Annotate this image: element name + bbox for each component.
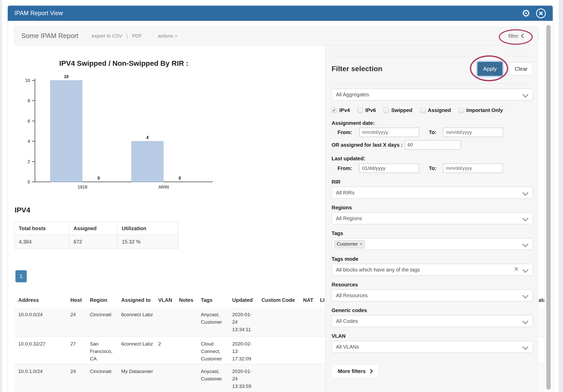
summary-header-utilization: Utilization xyxy=(117,222,178,235)
apply-button[interactable]: Apply xyxy=(477,62,502,76)
assignment-to-input[interactable] xyxy=(443,128,503,137)
export-pdf-link[interactable]: PDF xyxy=(132,33,142,39)
vlan-label: VLAN xyxy=(332,333,533,339)
chevron-down-icon xyxy=(522,241,528,247)
generic-codes-label: Generic codes xyxy=(332,307,533,314)
table-cell: 2020-02-13 17:32:09 xyxy=(232,337,255,362)
svg-text:6: 6 xyxy=(28,119,30,124)
column-header[interactable]: VLAN xyxy=(158,293,174,307)
svg-text:0: 0 xyxy=(98,176,100,180)
checkbox-unchecked-icon[interactable] xyxy=(459,108,464,113)
chevron-right-icon xyxy=(369,369,373,374)
report-title: Some IPAM Report xyxy=(21,32,78,40)
checkbox-label: Important Only xyxy=(466,107,503,113)
assigned-last-days-row: OR assigned for last X days : xyxy=(332,140,533,150)
tag-chip-customer[interactable]: Customer xyxy=(334,240,365,248)
more-filters-button[interactable]: More filters xyxy=(332,365,379,378)
tags-mode-select[interactable]: All blocks which have any of the tags xyxy=(332,264,533,276)
resources-select-value: All Resources xyxy=(336,290,368,301)
rir-select-value: All RIRs xyxy=(336,187,354,198)
tags-select[interactable]: Customer xyxy=(332,238,533,250)
regions-select[interactable]: All Regions xyxy=(332,212,533,224)
table-cell: 6connect Labz xyxy=(121,337,155,348)
scrollbar-track[interactable] xyxy=(544,21,552,392)
assignment-from-input[interactable] xyxy=(359,128,419,137)
updated-from-input[interactable] xyxy=(359,164,419,173)
clear-selection-icon[interactable] xyxy=(514,265,518,273)
checkbox-ipv6[interactable]: IPv6 xyxy=(358,107,376,113)
table-cell: 2 xyxy=(158,337,174,348)
svg-text:2: 2 xyxy=(28,159,30,164)
checkbox-unchecked-icon[interactable] xyxy=(358,108,363,113)
scrollbar-thumb[interactable] xyxy=(546,25,551,390)
checkbox-ipv4[interactable]: IPv4 xyxy=(332,107,350,113)
remove-tag-icon[interactable] xyxy=(360,241,362,247)
last-updated-row: From: To: xyxy=(332,164,533,173)
updated-to-input[interactable] xyxy=(443,164,503,173)
gear-icon[interactable] xyxy=(522,8,530,18)
checkbox-unchecked-icon[interactable] xyxy=(383,108,389,113)
modal-titlebar: IPAM Report View xyxy=(8,6,553,21)
table-cell: Cincinnati xyxy=(90,307,118,318)
table-cell: Cincinnati xyxy=(90,364,118,375)
column-header[interactable]: Updated xyxy=(232,293,255,307)
column-header[interactable]: Region xyxy=(90,293,118,307)
table-cell: 24 xyxy=(70,307,86,318)
column-header[interactable]: Notes xyxy=(179,293,198,307)
resources-label: Resources xyxy=(332,282,533,288)
table-cell: 24 xyxy=(70,364,86,375)
regions-select-value: All Regions xyxy=(336,213,362,224)
summary-header-total-hosts: Total hosts xyxy=(14,222,69,235)
column-header[interactable]: NAT xyxy=(303,293,316,307)
pagination-page-1[interactable]: 1 xyxy=(15,270,27,282)
regions-label: Regions xyxy=(332,205,533,211)
svg-text:0: 0 xyxy=(28,180,30,184)
column-header[interactable]: Host xyxy=(70,293,86,307)
report-toolbar: Some IPAM Report export to CSV | PDF act… xyxy=(14,26,539,45)
generic-codes-select-value: All Codes xyxy=(336,315,358,327)
vlan-select[interactable]: All VLANs xyxy=(332,341,533,353)
rir-label: RIR xyxy=(332,179,533,185)
aggregates-select[interactable]: All Aggregates xyxy=(332,89,533,100)
close-icon[interactable] xyxy=(536,8,546,18)
column-header[interactable]: Address xyxy=(18,293,67,307)
tags-mode-label: Tags mode xyxy=(332,256,533,262)
column-header[interactable]: ata xyxy=(539,293,544,307)
checkbox-label: Swipped xyxy=(391,107,412,113)
checkbox-checked-icon[interactable] xyxy=(332,108,337,113)
resources-select[interactable]: All Resources xyxy=(332,290,533,301)
svg-text:10: 10 xyxy=(25,78,30,83)
table-cell: 10.0.1.0/24 xyxy=(18,364,67,375)
column-header[interactable]: Custom Code xyxy=(261,293,300,307)
filter-panel-header: Filter selection Apply Clear xyxy=(332,62,533,76)
table-cell: Cloud Connect, Customer xyxy=(201,337,228,362)
tags-mode-select-value: All blocks which have any of the tags xyxy=(336,264,420,275)
filter-toggle[interactable]: filter xyxy=(508,33,525,39)
summary-value: 4,384 xyxy=(14,235,69,248)
generic-codes-select[interactable]: All Codes xyxy=(332,315,533,327)
protocol-checkbox-row: IPv4IPv6SwippedAssignedImportant Only xyxy=(332,107,533,114)
checkbox-label: IPv4 xyxy=(339,107,350,113)
checkbox-important-only[interactable]: Important Only xyxy=(459,107,503,113)
chevron-down-icon xyxy=(522,215,528,221)
table-cell: San Francisco, CA xyxy=(90,337,118,362)
summary-value: 15.32 % xyxy=(117,235,178,248)
divider xyxy=(332,56,526,57)
export-csv-link[interactable]: export to CSV xyxy=(92,33,122,39)
checkbox-label: IPv6 xyxy=(365,107,376,113)
actions-menu[interactable]: actions + xyxy=(158,33,177,39)
chevron-down-icon xyxy=(522,318,528,324)
chevron-down-icon xyxy=(522,292,528,298)
column-header[interactable]: Tags xyxy=(201,293,228,307)
checkbox-unchecked-icon[interactable] xyxy=(420,108,426,113)
clear-button[interactable]: Clear xyxy=(509,62,533,76)
table-cell: 6connect Labz xyxy=(121,307,155,318)
checkbox-assigned[interactable]: Assigned xyxy=(420,107,451,113)
filter-toggle-label: filter xyxy=(508,33,519,39)
table-cell: 10.0.0.0/24 xyxy=(18,307,67,318)
checkbox-label: Assigned xyxy=(428,107,451,113)
checkbox-swipped[interactable]: Swipped xyxy=(383,107,412,113)
assigned-last-days-input[interactable] xyxy=(405,140,461,150)
column-header[interactable]: Assigned to xyxy=(121,293,155,307)
rir-select[interactable]: All RIRs xyxy=(332,187,533,199)
